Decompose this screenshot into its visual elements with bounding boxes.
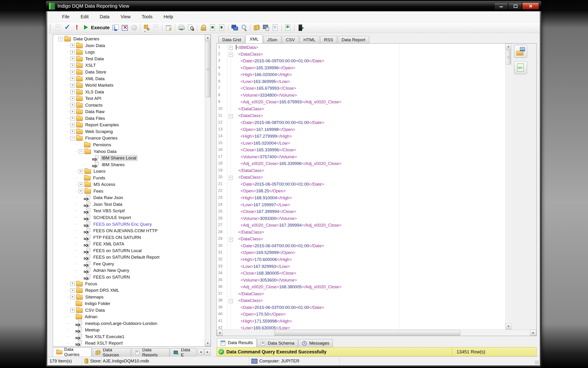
expand-icon[interactable]: + [70,56,75,61]
document-button[interactable] [271,24,280,31]
refresh-results-button[interactable] [111,24,120,31]
resize-grip[interactable] [535,361,539,365]
tree-item[interactable]: FEES on SATURN Enc Query [53,221,205,228]
tree-item[interactable]: +Data Store [53,69,205,75]
menu-data[interactable]: Data [94,12,115,21]
expand-icon[interactable]: + [70,103,75,107]
fold-collapse-icon[interactable]: − [229,46,233,50]
tree-item[interactable]: +World Markets [53,82,205,89]
tab-data-queries[interactable]: Data Queries [53,347,91,356]
expand-icon[interactable]: + [70,282,75,286]
tree-item[interactable]: +Data Files [53,115,205,122]
expand-icon[interactable]: + [70,295,75,299]
tab-data-results[interactable]: Data Results [217,338,256,347]
tree-item[interactable]: FEE XML DATA [53,241,205,248]
tree-item[interactable]: +MS Access [53,181,205,188]
search-button[interactable] [239,24,249,31]
tree-item[interactable]: Json Test Data [53,201,205,208]
editor-scroll-down[interactable]: ▼ [506,323,511,330]
fold-collapse-icon[interactable]: − [229,299,233,303]
export-excel-button[interactable] [217,24,227,31]
tree-item[interactable]: +Logs [53,49,205,56]
expand-icon[interactable]: + [70,129,75,134]
validate-button[interactable] [63,24,72,31]
tree-item[interactable]: +XML Data [53,75,205,82]
tree-item[interactable]: SCHEDULE Import [53,214,205,221]
menu-file[interactable]: File [56,12,75,21]
tab-data-grid[interactable]: Data Grid [218,36,245,43]
title-bar[interactable]: Indigo DQM Data Reporting View [46,1,541,11]
expand-icon[interactable]: + [70,63,75,68]
export-doc-button[interactable] [208,24,217,31]
fold-collapse-icon[interactable]: − [229,53,233,57]
tree-item[interactable]: FTP FEES ON SATURN [53,234,205,241]
tree-item[interactable]: Adrian New Query [53,267,205,274]
maximize-button[interactable] [508,2,522,9]
xml-code-area[interactable]: <IBMData><DataClass><Date>2015-06-09T00:… [235,44,505,330]
tab-data-reports[interactable]: Data Reports [131,348,169,356]
menu-view[interactable]: View [115,12,136,21]
copy-data-button[interactable] [252,24,261,31]
tree-item[interactable]: FEES on SATURN Local [53,248,205,254]
close-button[interactable] [522,2,539,9]
tab-html[interactable]: HTML [299,36,319,43]
collapse-icon[interactable]: − [79,149,83,154]
expand-icon[interactable]: + [70,43,75,48]
expand-icon[interactable]: + [70,90,75,94]
tree-item[interactable]: Meetup [53,327,205,333]
tree-scroll-down[interactable]: ▼ [205,340,211,346]
expand-icon[interactable]: + [79,169,83,174]
expand-icon[interactable]: + [70,50,75,55]
tree-item[interactable]: FEES on SATURN Default Report [53,254,205,261]
editor-scroll-left[interactable]: ◄ [217,330,223,336]
tab-data-sources[interactable]: Data Sources [92,348,131,356]
tree-item[interactable]: FEES ON AJEVANS.COM HTTP [53,228,205,234]
editor-hscrollbar[interactable]: ◄ ► [217,330,536,336]
tree-scrollbar[interactable]: ▲ ▼ [205,35,211,346]
tree-item[interactable]: +Data Raw [53,109,205,115]
fold-collapse-icon[interactable]: − [229,114,233,118]
expand-icon[interactable]: + [70,76,75,81]
menu-tools[interactable]: Tools [136,12,158,21]
tree-item[interactable]: +Test Data [53,56,205,62]
tab-csv[interactable]: CSV [282,36,299,43]
tab-json[interactable]: JSon [263,36,281,43]
expand-icon[interactable]: + [70,70,75,74]
tab-data-e[interactable]: Data E [170,348,197,356]
expand-icon[interactable]: + [79,182,83,187]
computer-report-button[interactable] [261,24,271,31]
expand-icon[interactable]: + [70,83,75,88]
tree-item[interactable]: +Json Data [53,42,205,49]
tree-item[interactable]: Data Raw Json [53,194,205,201]
expand-icon[interactable]: + [70,288,75,293]
tree-item[interactable]: IBM Shares Local [53,155,205,162]
network-button[interactable] [230,24,239,31]
tree-item[interactable]: +Report Examples [53,122,205,128]
tree-item[interactable]: IBM Shares [53,161,205,168]
tab-rss[interactable]: RSS [320,36,337,43]
open-report-button[interactable] [514,45,527,58]
expand-icon[interactable]: + [79,189,83,193]
expand-icon[interactable]: + [70,116,75,120]
tree-item[interactable]: Indigo Folder [53,300,205,307]
tree-item[interactable]: +XSLT [53,62,205,69]
tab-scroll-left-button[interactable]: ◄ [197,349,204,356]
tab-scroll-right-button[interactable]: ► [204,349,211,356]
menu-edit[interactable]: Edit [75,12,94,21]
print-preview-button[interactable] [186,24,195,31]
tree-item[interactable]: Pensions [53,142,205,148]
print-button[interactable] [177,24,186,31]
tab-xml[interactable]: XML [246,35,263,43]
minimize-button[interactable] [494,2,508,9]
tree-item[interactable]: +Loans [53,168,205,175]
tree-item[interactable]: +Test API [53,95,205,102]
tree-item[interactable]: +Report DRS XML [53,287,205,294]
panel-splitter[interactable] [211,35,216,356]
tree-item[interactable]: +Web Scraping [53,128,205,135]
expand-icon[interactable]: + [70,308,75,312]
tree-item[interactable]: Adrian [53,313,205,320]
collapse-icon[interactable]: − [70,136,75,140]
export-xml-button[interactable] [514,61,527,74]
alert-button[interactable] [72,24,81,31]
expand-icon[interactable]: + [70,110,75,114]
